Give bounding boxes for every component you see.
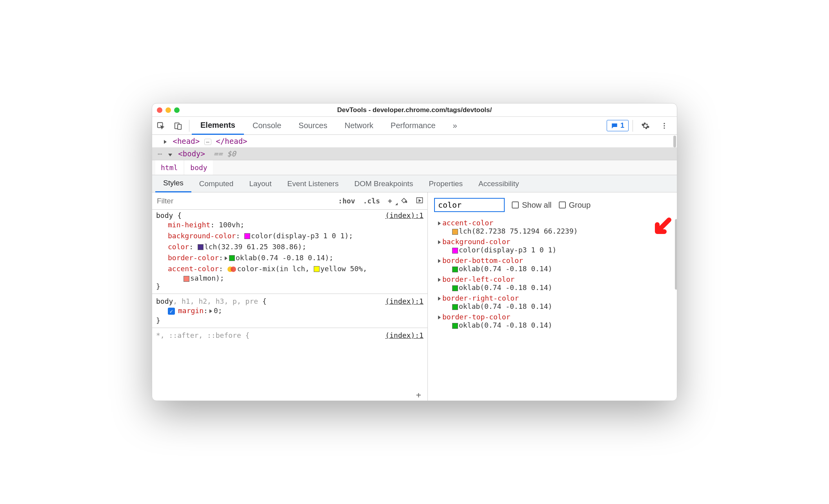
dom-head-row[interactable]: <head> ⋯ </head> [152,135,677,147]
color-swatch-icon[interactable] [452,323,458,329]
checkbox-enabled-icon[interactable]: ✓ [168,308,175,315]
tab-overflow-icon[interactable]: » [444,117,466,135]
expand-icon[interactable] [164,140,167,144]
device-toggle-icon[interactable] [169,117,187,135]
subtab-accessibility[interactable]: Accessibility [471,175,527,192]
rule-source-link[interactable]: (index):1 [385,297,424,305]
expand-icon[interactable] [438,278,441,282]
computed-panel-toggle-icon[interactable] [412,196,427,206]
show-all-checkbox[interactable]: Show all [512,201,552,210]
color-swatch-icon[interactable] [452,248,458,254]
rule-selector[interactable]: *, ::after, ::before { [156,331,249,339]
styles-pane: :hov .cls +◢ body { (index):1 min-height… [152,192,428,401]
computed-row[interactable]: border-right-coloroklab(0.74 -0.18 0.14) [430,293,674,312]
color-swatch-icon[interactable] [229,255,235,261]
computed-filter-bar: Show all Group [428,192,677,218]
styles-filter-input[interactable] [152,197,334,205]
computed-row[interactable]: border-top-coloroklab(0.74 -0.18 0.14) [430,312,674,330]
color-swatch-icon[interactable] [314,266,320,272]
titlebar: DevTools - developer.chrome.com/tags/dev… [152,103,677,117]
subtab-event-listeners[interactable]: Event Listeners [279,175,346,192]
decl-accent-color[interactable]: accent-color: color-mix(in lch, yellow 5… [156,263,424,274]
dom-tree: <head> ⋯ </head> ⋯ <body> == $0 [152,135,677,160]
color-swatch-icon[interactable] [198,244,204,250]
rule-source-link[interactable]: (index):1 [385,211,424,219]
decl-margin[interactable]: ✓margin:0; [156,305,424,316]
inspect-element-icon[interactable] [152,117,169,135]
color-swatch-icon[interactable] [452,229,458,235]
crumb-html[interactable]: html [155,160,183,175]
feedback-button[interactable]: 1 [607,120,629,131]
classes-button[interactable]: .cls [359,197,384,205]
svg-point-4 [664,125,665,126]
subtab-dom-breakpoints[interactable]: DOM Breakpoints [346,175,421,192]
maximize-window-icon[interactable] [174,107,180,113]
color-swatch-icon[interactable] [452,304,458,310]
svg-rect-2 [178,124,181,129]
new-rule-button[interactable]: +◢ [384,197,396,205]
minimize-window-icon[interactable] [165,107,171,113]
styles-subtabs: Styles Computed Layout Event Listeners D… [152,175,677,192]
color-swatch-icon[interactable] [452,267,458,272]
subtab-styles[interactable]: Styles [155,175,191,192]
main-toolbar: Elements Console Sources Network Perform… [152,117,677,135]
color-mix-icon[interactable] [227,266,236,272]
expand-shorthand-icon[interactable] [209,309,212,313]
dom-body-row[interactable]: ⋯ <body> == $0 [152,147,677,160]
computed-row[interactable]: border-bottom-coloroklab(0.74 -0.18 0.14… [430,255,674,274]
expand-icon[interactable] [168,154,172,156]
subtab-layout[interactable]: Layout [241,175,279,192]
computed-row[interactable]: accent-colorlch(82.7238 75.1294 66.2239) [430,218,674,236]
tab-elements[interactable]: Elements [192,117,244,135]
computed-filter-input[interactable] [434,198,505,212]
subtab-properties[interactable]: Properties [421,175,471,192]
computed-row[interactable]: border-left-coloroklab(0.74 -0.18 0.14) [430,274,674,293]
breadcrumbs: html body [152,160,677,175]
computed-pane: Show all Group accent-colorlch(82.7238 7… [428,192,677,401]
decl-border-color[interactable]: border-color:oklab(0.74 -0.18 0.14); [156,252,424,263]
expand-icon[interactable] [438,240,441,244]
subtab-computed[interactable]: Computed [191,175,242,192]
feedback-count: 1 [620,121,624,130]
crumb-body[interactable]: body [185,160,213,175]
decl-accent-color-line2[interactable]: salmon); [156,274,424,282]
rule-selector[interactable]: body { [156,211,182,219]
annotation-arrow-icon [649,218,673,239]
styles-filter-bar: :hov .cls +◢ [152,192,427,210]
settings-gear-icon[interactable] [637,117,654,135]
kebab-menu-icon[interactable] [656,117,673,135]
devtools-window: DevTools - developer.chrome.com/tags/dev… [152,103,677,401]
tab-network[interactable]: Network [336,117,382,135]
main-tabs: Elements Console Sources Network Perform… [192,117,607,135]
group-checkbox[interactable]: Group [559,201,591,210]
color-swatch-icon[interactable] [452,285,458,291]
collapsed-ellipsis[interactable]: ⋯ [204,139,211,145]
expand-shorthand-icon[interactable] [225,256,227,260]
style-rules: body { (index):1 min-height: 100vh; back… [152,210,427,401]
computed-row[interactable]: background-colorcolor(display-p3 1 0 1) [430,236,674,255]
expand-icon[interactable] [438,259,441,263]
selected-prefix: ⋯ [158,149,162,158]
window-title: DevTools - developer.chrome.com/tags/dev… [152,106,677,114]
computed-properties-list: accent-colorlch(82.7238 75.1294 66.2239)… [428,218,677,401]
color-swatch-icon[interactable] [184,276,189,282]
svg-point-5 [664,127,665,129]
decl-min-height[interactable]: min-height: 100vh; [156,219,424,230]
expand-icon[interactable] [438,315,441,319]
hover-states-button[interactable]: :hov [334,197,359,205]
expand-icon[interactable] [438,297,441,301]
color-swatch-icon[interactable] [244,233,250,239]
tab-sources[interactable]: Sources [290,117,336,135]
tab-console[interactable]: Console [244,117,290,135]
paint-bucket-icon[interactable] [396,196,412,206]
tab-performance[interactable]: Performance [382,117,444,135]
rule-source-link[interactable]: (index):1 [385,331,424,339]
add-declaration-button[interactable]: + [416,390,421,400]
expand-icon[interactable] [438,221,441,225]
rule-selector[interactable]: body, h1, h2, h3, p, pre { [156,297,267,305]
decl-color[interactable]: color: lch(32.39 61.25 308.86); [156,241,424,252]
svg-point-3 [664,123,665,124]
window-traffic-lights [157,107,180,113]
decl-background-color[interactable]: background-color: color(display-p3 1 0 1… [156,230,424,241]
close-window-icon[interactable] [157,107,162,113]
